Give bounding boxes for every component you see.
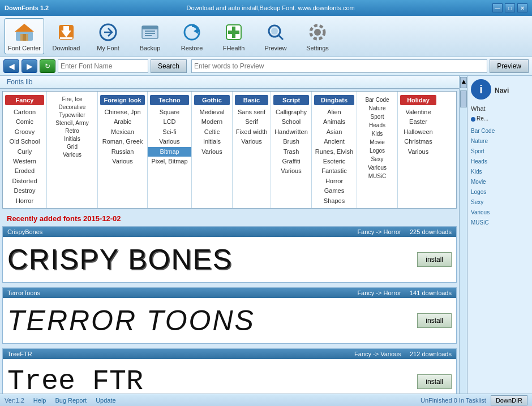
cat-header-script: Script bbox=[273, 95, 309, 105]
toolbar-backup[interactable]: Backup bbox=[130, 18, 170, 54]
tag-logos[interactable]: Logos bbox=[471, 187, 529, 197]
cat-item-gothic-various[interactable]: Various bbox=[192, 147, 232, 157]
cat-item-pixel-bitmap[interactable]: Pixel, Bitmap bbox=[148, 157, 191, 166]
tag-sport[interactable]: Sport bbox=[471, 146, 529, 157]
cat-item-western[interactable]: Western bbox=[3, 157, 46, 166]
cat-item-gothic-initials[interactable]: Initials bbox=[192, 137, 232, 146]
cat-item-easter[interactable]: Easter bbox=[398, 117, 439, 127]
tag-nature[interactable]: Nature bbox=[471, 136, 529, 146]
sidebar-tags: Bar Code Nature Sport Heads Kids Movie L… bbox=[471, 126, 529, 228]
downdir-btn[interactable]: DownDIR bbox=[491, 395, 527, 405]
cat-item-modern[interactable]: Modern bbox=[192, 117, 232, 127]
cat-item-sci-fi[interactable]: Sci-fi bbox=[148, 127, 191, 137]
tag-heads[interactable]: Heads bbox=[471, 157, 529, 167]
cat-item-chinese[interactable]: Chinese, Jpn bbox=[98, 107, 147, 117]
toolbar-my-font[interactable]: My Font bbox=[88, 18, 128, 54]
scrollbar[interactable]: ▲ bbox=[459, 76, 467, 394]
cat-item-animals[interactable]: Animals bbox=[312, 117, 357, 127]
search-input[interactable] bbox=[58, 59, 148, 73]
cat-item-comic[interactable]: Comic bbox=[3, 117, 46, 127]
cat-header-gothic: Gothic bbox=[194, 95, 230, 105]
cat-item-medieval[interactable]: Medieval bbox=[192, 107, 232, 117]
forward-btn[interactable]: ▶ bbox=[22, 59, 37, 73]
tag-kids[interactable]: Kids bbox=[471, 167, 529, 177]
cat-item-bitmap[interactable]: Bitmap bbox=[148, 147, 191, 157]
cat-item-destroy[interactable]: Destroy bbox=[3, 186, 46, 196]
cat-item-techno-various[interactable]: Various bbox=[148, 137, 191, 146]
cat-item-asian[interactable]: Asian bbox=[312, 127, 357, 137]
cat-item-curly[interactable]: Curly bbox=[3, 147, 46, 157]
download-icon bbox=[55, 21, 78, 44]
tag-various[interactable]: Various bbox=[471, 208, 529, 218]
version-label: Ver:1.2 bbox=[5, 397, 24, 404]
tag-sexy[interactable]: Sexy bbox=[471, 197, 529, 208]
cat-item-brush[interactable]: Brush bbox=[271, 137, 311, 146]
help-link[interactable]: Help bbox=[33, 397, 46, 404]
cat-item-lcd[interactable]: LCD bbox=[148, 117, 191, 127]
install-crispy-bones[interactable]: install bbox=[417, 252, 452, 267]
preview-button[interactable]: Preview bbox=[490, 59, 529, 73]
minimize-btn[interactable]: — bbox=[492, 3, 503, 12]
cat-item-school[interactable]: School bbox=[271, 117, 311, 127]
tag-movie[interactable]: Movie bbox=[471, 177, 529, 187]
cat-item-graffiti[interactable]: Graffiti bbox=[271, 157, 311, 166]
cat-item-horror[interactable]: Horror bbox=[3, 196, 46, 206]
cat-item-roman[interactable]: Roman, Greek bbox=[98, 137, 147, 146]
cat-item-old-school[interactable]: Old School bbox=[3, 137, 46, 146]
cat-item-square[interactable]: Square bbox=[148, 107, 191, 117]
info-icon: i bbox=[471, 79, 491, 100]
cat-item-trash[interactable]: Trash bbox=[271, 147, 311, 157]
cat-item-handwritten[interactable]: Handwritten bbox=[271, 127, 311, 137]
preview-input[interactable] bbox=[191, 59, 487, 73]
cat-item-basic-various[interactable]: Various bbox=[233, 137, 271, 146]
maximize-btn[interactable]: □ bbox=[505, 3, 515, 12]
cat-item-eroded[interactable]: Eroded bbox=[3, 166, 46, 176]
tag-music[interactable]: MUSiC bbox=[471, 218, 529, 228]
bug-report-link[interactable]: Bug Report bbox=[55, 397, 87, 404]
cat-item-script-various[interactable]: Various bbox=[271, 166, 311, 176]
cat-item-foreign-various[interactable]: Various bbox=[98, 157, 147, 166]
toolbar-preview[interactable]: Preview bbox=[256, 18, 295, 54]
recently-added-label: Recently added fonts 2015-12-02 bbox=[0, 211, 459, 226]
install-terror-toons[interactable]: install bbox=[417, 313, 452, 328]
cat-item-holiday-various[interactable]: Various bbox=[398, 147, 439, 157]
close-btn[interactable]: ✕ bbox=[517, 3, 527, 12]
update-link[interactable]: Update bbox=[96, 397, 115, 404]
toolbar-settings[interactable]: Settings bbox=[298, 18, 337, 54]
cat-item-christmas[interactable]: Christmas bbox=[398, 137, 439, 146]
cat-item-mexican[interactable]: Mexican bbox=[98, 127, 147, 137]
toolbar-fhealth[interactable]: FHealth bbox=[214, 18, 254, 54]
toolbar-download[interactable]: Download bbox=[46, 18, 86, 54]
cat-item-groovy[interactable]: Groovy bbox=[3, 127, 46, 137]
cat-item-ancient[interactable]: Ancient bbox=[312, 137, 357, 146]
scroll-up-btn[interactable]: ▲ bbox=[460, 77, 467, 88]
cat-item-esoteric[interactable]: Esoteric bbox=[312, 157, 357, 166]
tag-bar-code[interactable]: Bar Code bbox=[471, 126, 529, 136]
cat-item-runes[interactable]: Runes, Elvish bbox=[312, 147, 357, 157]
cat-item-serif[interactable]: Serif bbox=[233, 117, 271, 127]
search-button[interactable]: Search bbox=[151, 59, 187, 73]
refresh-btn[interactable]: ↻ bbox=[40, 59, 55, 73]
cat-item-dingbat-horror[interactable]: Horror bbox=[312, 176, 357, 186]
cat-item-halloween[interactable]: Halloween bbox=[398, 127, 439, 137]
cat-item-celtic[interactable]: Celtic bbox=[192, 127, 232, 137]
cat-item-russian[interactable]: Russian bbox=[98, 147, 147, 157]
cat-item-cartoon[interactable]: Cartoon bbox=[3, 107, 46, 117]
category-dingbats: Dingbats Alien Animals Asian Ancient Run… bbox=[312, 92, 357, 208]
back-btn[interactable]: ◀ bbox=[3, 59, 19, 73]
cat-item-fixed-width[interactable]: Fixed width bbox=[233, 127, 271, 137]
cat-item-shapes[interactable]: Shapes bbox=[312, 196, 357, 206]
toolbar-font-center[interactable]: Font Center bbox=[5, 18, 44, 54]
toolbar-restore[interactable]: Restore bbox=[172, 18, 212, 54]
install-tree-ftr[interactable]: install bbox=[417, 374, 452, 389]
cat-item-arabic[interactable]: Arabic bbox=[98, 117, 147, 127]
cat-item-sans-serif[interactable]: Sans serif bbox=[233, 107, 271, 117]
svg-rect-12 bbox=[145, 33, 155, 34]
cat-item-fantastic[interactable]: Fantastic bbox=[312, 166, 357, 176]
scroll-thumb[interactable] bbox=[460, 90, 467, 107]
cat-item-games[interactable]: Games bbox=[312, 186, 357, 196]
cat-item-valentine[interactable]: Valentine bbox=[398, 107, 439, 117]
cat-item-calligraphy[interactable]: Calligraphy bbox=[271, 107, 311, 117]
cat-item-alien[interactable]: Alien bbox=[312, 107, 357, 117]
cat-item-distorted[interactable]: Distorted bbox=[3, 176, 46, 186]
